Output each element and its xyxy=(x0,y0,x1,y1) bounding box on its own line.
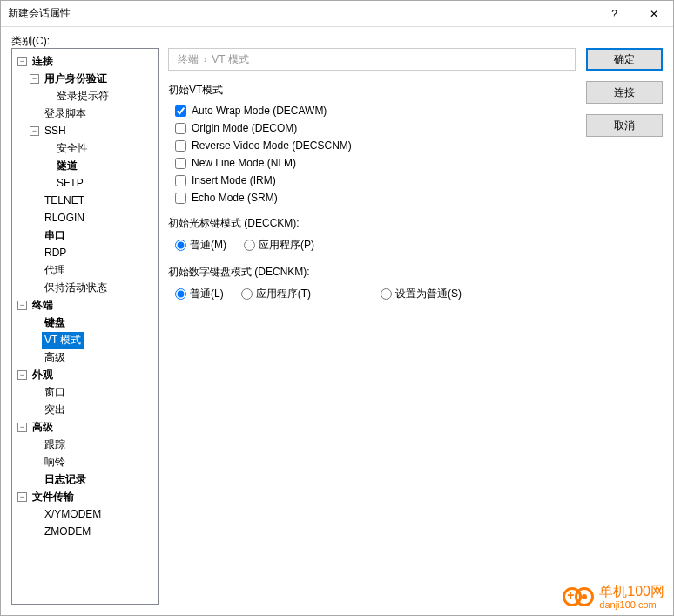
collapse-icon[interactable]: − xyxy=(30,74,39,84)
tree-zmodem[interactable]: ZMODEM xyxy=(42,525,93,538)
tree-tunnel[interactable]: 隧道 xyxy=(54,158,80,174)
category-tree[interactable]: −连接 −用户身份验证 登录提示符 登录脚本 −SSH 安全性 隧道 SFTP … xyxy=(11,48,159,605)
window-title: 新建会话属性 xyxy=(8,6,595,21)
tree-highlight[interactable]: 突出 xyxy=(42,402,68,418)
tree-logging[interactable]: 日志记录 xyxy=(42,471,89,488)
tree-vtmode[interactable]: VT 模式 xyxy=(42,332,84,349)
collapse-icon[interactable]: − xyxy=(17,492,27,502)
collapse-icon[interactable]: − xyxy=(30,126,39,136)
collapse-icon[interactable]: − xyxy=(17,57,27,66)
cursor-mode-label: 初始光标键模式 (DECCKM): xyxy=(168,216,576,231)
tree-rlogin[interactable]: RLOGIN xyxy=(42,211,87,225)
check-echo[interactable]: Echo Mode (SRM) xyxy=(175,192,576,204)
tree-security[interactable]: 安全性 xyxy=(54,140,91,157)
tree-appearance[interactable]: 外观 xyxy=(30,367,56,383)
tree-rdp[interactable]: RDP xyxy=(42,246,69,260)
breadcrumb: 终端 › VT 模式 xyxy=(168,48,576,71)
tree-trace[interactable]: 跟踪 xyxy=(42,437,68,453)
tree-proxy[interactable]: 代理 xyxy=(42,262,68,279)
tree-bell[interactable]: 响铃 xyxy=(42,454,68,470)
tree-adv-term[interactable]: 高级 xyxy=(42,349,68,366)
cancel-button[interactable]: 取消 xyxy=(586,114,663,137)
collapse-icon[interactable]: − xyxy=(17,423,27,432)
radio-keypad-setnormal[interactable]: 设置为普通(S) xyxy=(381,287,462,301)
check-reverse[interactable]: Reverse Video Mode (DECSCNM) xyxy=(175,139,576,152)
tree-advanced[interactable]: 高级 xyxy=(30,419,56,436)
tree-window[interactable]: 窗口 xyxy=(42,384,68,401)
radio-keypad-normal[interactable]: 普通(L) xyxy=(175,287,224,301)
close-icon: ✕ xyxy=(650,8,658,20)
keypad-mode-label: 初始数字键盘模式 (DECNKM): xyxy=(168,265,576,280)
tree-ssh[interactable]: SSH xyxy=(42,124,69,138)
radio-cursor-app[interactable]: 应用程序(P) xyxy=(244,238,314,253)
check-insert[interactable]: Insert Mode (IRM) xyxy=(175,174,576,186)
help-button[interactable]: ? xyxy=(595,1,634,27)
group-initial-vt: 初始VT模式 xyxy=(168,83,576,98)
tree-connection[interactable]: 连接 xyxy=(30,53,56,70)
logo-icon xyxy=(575,587,594,606)
tree-login-prompt[interactable]: 登录提示符 xyxy=(54,88,111,105)
check-newline[interactable]: New Line Mode (NLM) xyxy=(175,157,576,169)
chevron-right-icon: › xyxy=(204,55,206,64)
tree-filetransfer[interactable]: 文件传输 xyxy=(30,489,77,505)
tree-terminal[interactable]: 终端 xyxy=(30,297,56,314)
tree-user-auth[interactable]: 用户身份验证 xyxy=(42,71,110,87)
tree-sftp[interactable]: SFTP xyxy=(54,176,86,190)
tree-serial[interactable]: 串口 xyxy=(42,227,68,244)
close-button[interactable]: ✕ xyxy=(634,1,673,27)
connect-button[interactable]: 连接 xyxy=(586,81,663,104)
tree-login-script[interactable]: 登录脚本 xyxy=(42,105,89,122)
check-origin[interactable]: Origin Mode (DECOM) xyxy=(175,122,576,134)
tree-telnet[interactable]: TELNET xyxy=(42,193,87,207)
ok-button[interactable]: 确定 xyxy=(586,48,663,71)
radio-keypad-app[interactable]: 应用程序(T) xyxy=(241,287,311,301)
titlebar: 新建会话属性 ? ✕ xyxy=(1,1,673,27)
tree-keepalive[interactable]: 保持活动状态 xyxy=(42,280,110,296)
watermark: 单机100网 danji100.com xyxy=(563,584,664,610)
tree-keyboard[interactable]: 键盘 xyxy=(42,315,68,331)
collapse-icon[interactable]: − xyxy=(17,370,27,380)
tree-xymodem[interactable]: X/YMODEM xyxy=(42,507,104,521)
radio-cursor-normal[interactable]: 普通(M) xyxy=(175,238,226,253)
check-autowrap[interactable]: Auto Wrap Mode (DECAWM) xyxy=(175,105,576,117)
collapse-icon[interactable]: − xyxy=(17,301,27,310)
